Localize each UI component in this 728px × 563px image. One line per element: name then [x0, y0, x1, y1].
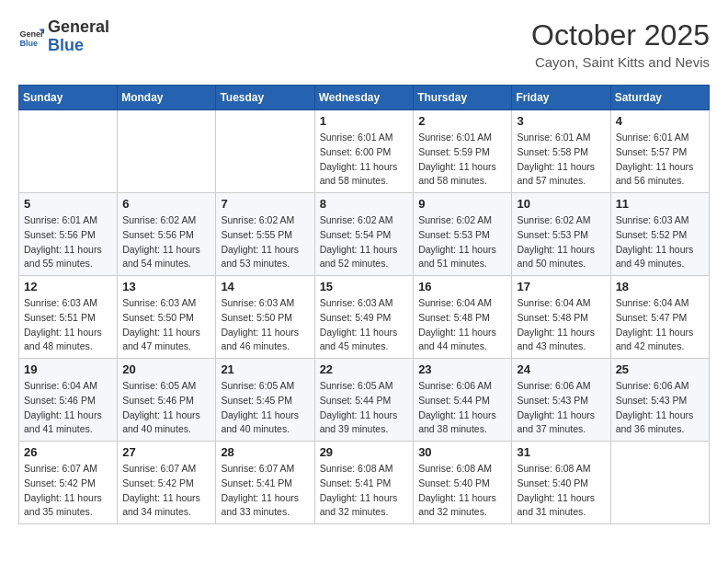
- svg-text:General: General: [19, 29, 44, 39]
- weekday-header-friday: Friday: [512, 86, 610, 110]
- month-title: October 2025: [531, 18, 710, 52]
- calendar-cell: 17Sunrise: 6:04 AMSunset: 5:48 PMDayligh…: [512, 276, 610, 359]
- calendar-cell: 30Sunrise: 6:08 AMSunset: 5:40 PMDayligh…: [414, 442, 512, 524]
- day-number: 10: [517, 197, 605, 211]
- calendar-cell: 1Sunrise: 6:01 AMSunset: 6:00 PMDaylight…: [314, 110, 414, 193]
- calendar-cell: 31Sunrise: 6:08 AMSunset: 5:40 PMDayligh…: [512, 442, 610, 524]
- day-number: 13: [122, 280, 210, 293]
- day-info: Sunrise: 6:05 AMSunset: 5:44 PMDaylight:…: [320, 379, 409, 437]
- calendar-cell: 8Sunrise: 6:02 AMSunset: 5:54 PMDaylight…: [314, 193, 414, 276]
- day-number: 12: [24, 280, 112, 293]
- weekday-header-thursday: Thursday: [414, 86, 512, 110]
- day-number: 2: [418, 114, 506, 128]
- day-info: Sunrise: 6:05 AMSunset: 5:45 PMDaylight:…: [221, 379, 309, 437]
- calendar-cell: 20Sunrise: 6:05 AMSunset: 5:46 PMDayligh…: [118, 359, 216, 442]
- day-number: 26: [24, 445, 112, 459]
- day-info: Sunrise: 6:01 AMSunset: 6:00 PMDaylight:…: [320, 131, 409, 189]
- calendar-cell: 5Sunrise: 6:01 AMSunset: 5:56 PMDaylight…: [19, 193, 118, 276]
- day-info: Sunrise: 6:03 AMSunset: 5:50 PMDaylight:…: [122, 296, 210, 354]
- day-number: 30: [418, 445, 506, 459]
- day-info: Sunrise: 6:05 AMSunset: 5:46 PMDaylight:…: [122, 379, 210, 437]
- day-number: 20: [122, 362, 210, 376]
- day-info: Sunrise: 6:08 AMSunset: 5:41 PMDaylight:…: [320, 462, 409, 520]
- day-info: Sunrise: 6:08 AMSunset: 5:40 PMDaylight:…: [517, 462, 605, 520]
- day-number: 9: [418, 197, 506, 211]
- calendar-cell: 19Sunrise: 6:04 AMSunset: 5:46 PMDayligh…: [19, 359, 118, 442]
- day-info: Sunrise: 6:01 AMSunset: 5:56 PMDaylight:…: [24, 213, 112, 271]
- day-number: 27: [122, 445, 210, 459]
- day-info: Sunrise: 6:02 AMSunset: 5:56 PMDaylight:…: [122, 213, 210, 271]
- week-row-1: 1Sunrise: 6:01 AMSunset: 6:00 PMDaylight…: [19, 110, 710, 193]
- calendar-cell: 10Sunrise: 6:02 AMSunset: 5:53 PMDayligh…: [512, 193, 610, 276]
- day-number: 7: [221, 197, 309, 211]
- calendar: SundayMondayTuesdayWednesdayThursdayFrid…: [18, 85, 710, 524]
- svg-text:Blue: Blue: [19, 39, 38, 48]
- calendar-cell: 14Sunrise: 6:03 AMSunset: 5:50 PMDayligh…: [216, 276, 314, 359]
- calendar-cell: 24Sunrise: 6:06 AMSunset: 5:43 PMDayligh…: [512, 359, 610, 442]
- calendar-cell: 27Sunrise: 6:07 AMSunset: 5:42 PMDayligh…: [118, 442, 216, 524]
- day-number: 14: [221, 280, 309, 293]
- weekday-header-tuesday: Tuesday: [216, 86, 314, 110]
- logo-general: General: [48, 18, 109, 37]
- week-row-5: 26Sunrise: 6:07 AMSunset: 5:42 PMDayligh…: [19, 442, 710, 524]
- weekday-header-row: SundayMondayTuesdayWednesdayThursdayFrid…: [19, 86, 710, 110]
- day-number: 17: [517, 280, 605, 293]
- day-info: Sunrise: 6:06 AMSunset: 5:43 PMDaylight:…: [616, 379, 704, 437]
- day-number: 6: [122, 197, 210, 211]
- day-number: 4: [616, 114, 704, 128]
- day-info: Sunrise: 6:04 AMSunset: 5:48 PMDaylight:…: [418, 296, 506, 354]
- day-number: 28: [221, 445, 309, 459]
- calendar-cell: 12Sunrise: 6:03 AMSunset: 5:51 PMDayligh…: [19, 276, 118, 359]
- day-info: Sunrise: 6:03 AMSunset: 5:51 PMDaylight:…: [24, 296, 112, 354]
- calendar-cell: 21Sunrise: 6:05 AMSunset: 5:45 PMDayligh…: [216, 359, 314, 442]
- calendar-cell: 3Sunrise: 6:01 AMSunset: 5:58 PMDaylight…: [512, 110, 610, 193]
- day-number: 18: [616, 280, 704, 293]
- day-number: 21: [221, 362, 309, 376]
- calendar-cell: 22Sunrise: 6:05 AMSunset: 5:44 PMDayligh…: [314, 359, 414, 442]
- page-header: General Blue General Blue October 2025 C…: [18, 18, 710, 70]
- week-row-4: 19Sunrise: 6:04 AMSunset: 5:46 PMDayligh…: [19, 359, 710, 442]
- calendar-cell: 6Sunrise: 6:02 AMSunset: 5:56 PMDaylight…: [118, 193, 216, 276]
- day-info: Sunrise: 6:06 AMSunset: 5:43 PMDaylight:…: [517, 379, 605, 437]
- calendar-cell: 28Sunrise: 6:07 AMSunset: 5:41 PMDayligh…: [216, 442, 314, 524]
- day-info: Sunrise: 6:03 AMSunset: 5:52 PMDaylight:…: [616, 213, 704, 271]
- day-number: 5: [24, 197, 112, 211]
- title-block: October 2025 Cayon, Saint Kitts and Nevi…: [531, 18, 710, 70]
- logo-icon: General Blue: [18, 24, 44, 50]
- day-number: 16: [418, 280, 506, 293]
- day-number: 1: [320, 114, 409, 128]
- day-number: 23: [418, 362, 506, 376]
- day-info: Sunrise: 6:01 AMSunset: 5:58 PMDaylight:…: [517, 131, 605, 189]
- day-info: Sunrise: 6:06 AMSunset: 5:44 PMDaylight:…: [418, 379, 506, 437]
- day-number: 19: [24, 362, 112, 376]
- day-info: Sunrise: 6:08 AMSunset: 5:40 PMDaylight:…: [418, 462, 506, 520]
- calendar-cell: 23Sunrise: 6:06 AMSunset: 5:44 PMDayligh…: [414, 359, 512, 442]
- day-info: Sunrise: 6:02 AMSunset: 5:53 PMDaylight:…: [517, 213, 605, 271]
- calendar-cell: 16Sunrise: 6:04 AMSunset: 5:48 PMDayligh…: [414, 276, 512, 359]
- day-number: 8: [320, 197, 409, 211]
- day-number: 31: [517, 445, 605, 459]
- weekday-header-saturday: Saturday: [610, 86, 709, 110]
- calendar-cell: 9Sunrise: 6:02 AMSunset: 5:53 PMDaylight…: [414, 193, 512, 276]
- day-info: Sunrise: 6:07 AMSunset: 5:42 PMDaylight:…: [24, 462, 112, 520]
- calendar-cell: 13Sunrise: 6:03 AMSunset: 5:50 PMDayligh…: [118, 276, 216, 359]
- day-number: 29: [320, 445, 409, 459]
- week-row-3: 12Sunrise: 6:03 AMSunset: 5:51 PMDayligh…: [19, 276, 710, 359]
- calendar-cell: 2Sunrise: 6:01 AMSunset: 5:59 PMDaylight…: [414, 110, 512, 193]
- day-info: Sunrise: 6:02 AMSunset: 5:53 PMDaylight:…: [418, 213, 506, 271]
- day-info: Sunrise: 6:07 AMSunset: 5:41 PMDaylight:…: [221, 462, 309, 520]
- calendar-cell: 7Sunrise: 6:02 AMSunset: 5:55 PMDaylight…: [216, 193, 314, 276]
- calendar-cell: [216, 110, 314, 193]
- day-info: Sunrise: 6:03 AMSunset: 5:49 PMDaylight:…: [320, 296, 409, 354]
- week-row-2: 5Sunrise: 6:01 AMSunset: 5:56 PMDaylight…: [19, 193, 710, 276]
- day-number: 22: [320, 362, 409, 376]
- day-info: Sunrise: 6:02 AMSunset: 5:54 PMDaylight:…: [320, 213, 409, 271]
- calendar-cell: 4Sunrise: 6:01 AMSunset: 5:57 PMDaylight…: [610, 110, 709, 193]
- calendar-cell: 11Sunrise: 6:03 AMSunset: 5:52 PMDayligh…: [610, 193, 709, 276]
- calendar-cell: [118, 110, 216, 193]
- day-info: Sunrise: 6:02 AMSunset: 5:55 PMDaylight:…: [221, 213, 309, 271]
- day-info: Sunrise: 6:04 AMSunset: 5:47 PMDaylight:…: [616, 296, 704, 354]
- calendar-cell: [19, 110, 118, 193]
- day-info: Sunrise: 6:03 AMSunset: 5:50 PMDaylight:…: [221, 296, 309, 354]
- day-info: Sunrise: 6:04 AMSunset: 5:48 PMDaylight:…: [517, 296, 605, 354]
